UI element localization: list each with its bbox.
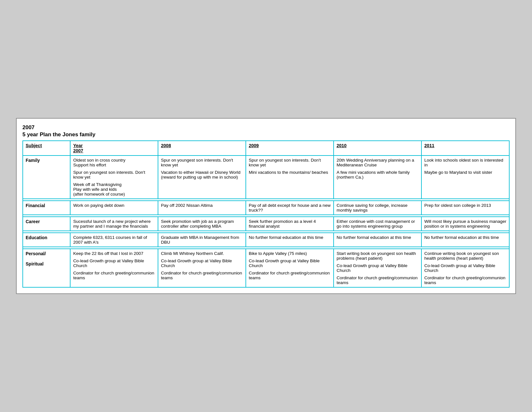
career-2009: Seek further promotion as a level 4 fina… <box>246 217 334 231</box>
row-personal: Personal/ Spiritual Keep the 22 lbs off … <box>23 249 509 287</box>
family-2008: Spur on youngest son interests. Don't kn… <box>158 156 246 199</box>
education-2010: No further formal education at this time <box>334 233 421 247</box>
education-2011: No further formal education at this time <box>421 233 509 247</box>
family-2011: Look into schools oldest son is interest… <box>421 156 509 199</box>
page: 2007 5 year Plan the Jones family Subjec… <box>16 118 516 294</box>
header-2007: Year 2007 <box>70 141 158 156</box>
header-row: Subject Year 2007 2008 2009 2010 2011 <box>23 141 509 156</box>
education-2009: No further formal education at this time <box>246 233 334 247</box>
subject-family: Family <box>23 156 70 199</box>
career-2007: Sucessful launch of a new project where … <box>70 217 158 231</box>
family-2007: Oldest son in cross countrySupport his e… <box>70 156 158 199</box>
header-2008: 2008 <box>158 141 246 156</box>
row-family: Family Oldest son in cross countrySuppor… <box>23 156 509 199</box>
personal-2007: Keep the 22 lbs off that I lost in 2007 … <box>70 249 158 287</box>
career-2010: Either continue with cost management or … <box>334 217 421 231</box>
header-2010: 2010 <box>334 141 421 156</box>
page-title: 2007 <box>22 124 510 131</box>
row-career: Career Sucessful launch of a new project… <box>23 217 509 231</box>
header-subject: Subject <box>23 141 70 156</box>
personal-2008: Climb Mt Whitney Northern Calif. Co-lead… <box>158 249 246 287</box>
career-2008: Seek promotion with job as a program con… <box>158 217 246 231</box>
subject-career: Career <box>23 217 70 231</box>
page-subtitle: 5 year Plan the Jones family <box>22 131 510 138</box>
subject-financial: Financial <box>23 201 70 215</box>
subject-education: Education <box>23 233 70 247</box>
personal-2011: Continue writing book on youngest son he… <box>421 249 509 287</box>
financial-2008: Pay off 2002 Nissan Altima <box>158 201 246 215</box>
personal-2009: Bike to Apple Valley (75 miles) Co-lead … <box>246 249 334 287</box>
financial-2009: Pay of all debt except for house and a n… <box>246 201 334 215</box>
family-2009: Spur on youngest son interests. Don't kn… <box>246 156 334 199</box>
career-2011: Will most likey pursue a business manage… <box>421 217 509 231</box>
row-education: Education Complete 6323, 6311 courses in… <box>23 233 509 247</box>
financial-2007: Work on paying debt down <box>70 201 158 215</box>
row-financial: Financial Work on paying debt down Pay o… <box>23 201 509 215</box>
financial-2010: Continue saving for college, increase mo… <box>334 201 421 215</box>
education-2008: Graduate with MBA in Management from DBU <box>158 233 246 247</box>
header-2011: 2011 <box>421 141 509 156</box>
plan-table: Subject Year 2007 2008 2009 2010 2011 <box>22 140 510 288</box>
family-2010: 20th Wedding Anniversary planning on a M… <box>334 156 421 199</box>
header-2009: 2009 <box>246 141 334 156</box>
education-2007: Complete 6323, 6311 courses in fall of 2… <box>70 233 158 247</box>
subject-personal: Personal/ Spiritual <box>23 249 70 287</box>
financial-2011: Prep for oldest son college in 2013 <box>421 201 509 215</box>
personal-2010: Start writing book on youngest son healt… <box>334 249 421 287</box>
